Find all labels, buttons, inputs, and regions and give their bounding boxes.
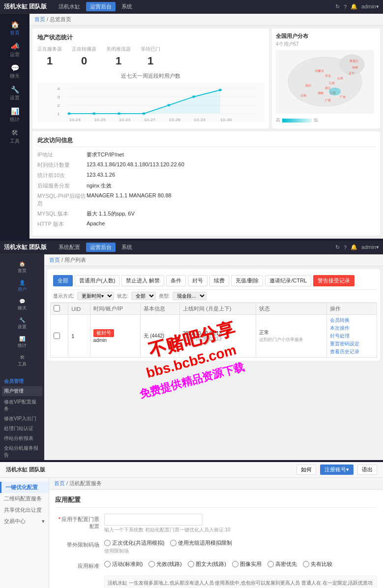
status-select[interactable]: 全部 [131, 292, 156, 300]
btn-normal-user[interactable]: 普通用户(人数) [75, 275, 119, 286]
sidebar-item-stats[interactable]: 📊 统计 [2, 104, 27, 126]
radio-graphic[interactable]: 图文大(线路) [188, 560, 226, 568]
sidebar3-item-2[interactable]: 二维码配置服务 [0, 493, 49, 504]
btn-register[interactable]: 注册账号▾ [320, 464, 354, 475]
btn-renew[interactable]: 续费 [209, 275, 229, 286]
help-icon-2[interactable]: ? [344, 245, 347, 250]
btn-all[interactable]: 全部 [53, 275, 73, 286]
stats2-icon: 📊 [19, 336, 25, 341]
sidebar2-settings2[interactable]: 🔧 设置 [10, 314, 34, 333]
refresh-icon-2[interactable]: ↻ [335, 244, 340, 250]
sidebar-label-stats: 统计 [10, 116, 20, 123]
sidebar2-stats2[interactable]: 📊 统计 [10, 333, 34, 352]
sidebar2-chat2[interactable]: 💬 聊天 [10, 296, 34, 314]
btn-invite[interactable]: 邀请纪录/CTRL [265, 275, 311, 286]
sidebar2-tools2[interactable]: 🛠 工具 [10, 352, 34, 371]
user-table-container: 全部 普通用户(人数) 禁止进入 解禁 条件 封号 续费 充值/删除 邀请纪录/… [47, 269, 380, 361]
cell-info: 无 (4442) [141, 315, 180, 358]
btn-logout[interactable]: 语出 [357, 464, 377, 475]
menu-item-system[interactable]: 系统 [118, 2, 136, 11]
btn-howto[interactable]: 如何 [296, 464, 316, 475]
btn-topup-delete[interactable]: 充值/删除 [231, 275, 263, 286]
sidebar2-report[interactable]: 停站分析报表 [2, 433, 42, 443]
help-icon[interactable]: ? [344, 4, 347, 10]
svg-point-26 [340, 55, 364, 74]
sidebar2-vip-config[interactable]: 修改VIP配置服务 [2, 397, 42, 414]
menu2-ops[interactable]: 运营后台 [86, 243, 116, 252]
panel-form: 活机水缸 团队版 如何 注册账号▾ 语出 一键优化配置 二维码配置服务 共享优化… [0, 462, 383, 588]
col-check [51, 303, 68, 315]
radio-sim[interactable]: 正次优化(共适用模拟) [104, 539, 164, 547]
radio-light[interactable]: 使用光组适用模拟限制 [170, 539, 232, 547]
sidebar-item-tools[interactable]: 🛠 工具 [2, 126, 27, 148]
action-operate[interactable]: 本次操作 [330, 325, 374, 332]
form-row-restrict: 带外限制码场 正次优化(共适用模拟) 使用光组适用模拟限制 使用限制场 [55, 539, 377, 555]
sidebar2-full-report[interactable]: 全站分机服务报告 [2, 443, 42, 460]
action-history[interactable]: 查看历史记录 [330, 348, 374, 355]
sidebar-item-home[interactable]: 🏠 首页 [2, 18, 27, 39]
radio-activity[interactable]: 活动(标准则) [104, 560, 143, 568]
breadcrumb-3: 首页 / 活机配置服务 [49, 478, 383, 490]
user-menu[interactable]: admin▾ [361, 3, 379, 10]
select-all-checkbox[interactable] [54, 305, 60, 311]
sidebar3-item-1[interactable]: 一键优化配置 [0, 482, 49, 493]
map-legend-low: 低 [314, 117, 318, 124]
radio-image[interactable]: 图像实用 [232, 560, 262, 568]
sidebar-1: 🏠 首页 📣 运营 💬 聊天 🔧 设置 📊 统计 🛠 工具 [0, 14, 29, 239]
svg-text:辽宁: 辽宁 [349, 71, 354, 75]
col-info: 基本信息 [141, 303, 180, 315]
map-subtitle: 4个用户57 [276, 41, 376, 48]
bc3-home[interactable]: 首页 [54, 480, 65, 486]
svg-text:广西: 广西 [325, 98, 331, 102]
sidebar-item-promo[interactable]: 📣 运营 [2, 39, 27, 61]
breadcrumb-2: 首页 / 用户列表 [44, 254, 383, 266]
info-row-mysql-php: MYSQL-PHP后端信息 MANAGER 1.1.1 MANAGER 80.8… [37, 192, 375, 207]
table-toolbar: 全部 普通用户(人数) 禁止进入 解禁 条件 封号 续费 充值/删除 邀请纪录/… [50, 272, 377, 289]
bell-icon[interactable]: 🔔 [351, 3, 357, 10]
chart-title: 近七天一周近段时用户数 [37, 72, 264, 80]
home-icon: 🏠 [11, 21, 19, 29]
menu2-config[interactable]: 系统配置 [55, 243, 84, 252]
radio-compare[interactable]: 先有比较 [303, 560, 332, 568]
svg-rect-0 [37, 83, 264, 122]
btn-condition[interactable]: 条件 [166, 275, 186, 286]
user-menu-2[interactable]: admin▾ [361, 244, 379, 250]
type-select[interactable]: 现金段... [173, 292, 206, 300]
col-online-time: 上线时间 (月是上下) [179, 303, 256, 315]
sort-select[interactable]: 更新时间▾ [77, 292, 114, 300]
sidebar3-item-4[interactable]: 交易中心 ▾ [0, 516, 49, 527]
chart-area: 近七天一周近段时用户数 4 3 2 1 [37, 72, 264, 124]
bell-icon-2[interactable]: 🔔 [351, 244, 357, 250]
topbar-menu-2: 系统配置 运营后台 系统 [55, 243, 136, 252]
desc-text: 活机水缸 一生发很多原地上,也从那没有进入人员 使用系统中,也包你可以发展到更高… [104, 576, 377, 588]
cell-check[interactable] [51, 315, 68, 358]
sidebar-item-chat[interactable]: 💬 聊天 [2, 61, 27, 83]
sidebar-item-settings[interactable]: 🔧 设置 [2, 83, 27, 104]
sidebar2-auth[interactable]: 处理门站认证 [2, 424, 42, 433]
action-reset-pwd[interactable]: 重置密码设定 [330, 340, 374, 347]
sidebar3-item-3[interactable]: 共享优化出让度 [0, 504, 49, 516]
breadcrumb-home[interactable]: 首页 [34, 16, 45, 22]
menu2-sys[interactable]: 系统 [118, 243, 136, 252]
sidebar2-usermgmt[interactable]: 用户管理 [2, 386, 42, 396]
radio-light-effect[interactable]: 光效(线路) [148, 560, 181, 568]
topbar-1: 活机水缸 团队版 活机水缸 运营后台 系统 ↻ ? 🔔 admin▾ [0, 0, 383, 14]
menu-item-jixui[interactable]: 活机水缸 [55, 2, 84, 11]
sidebar-label-promo: 运营 [10, 51, 20, 58]
btn-ban-unban[interactable]: 禁止进入 解禁 [121, 275, 164, 286]
btn-ban[interactable]: 封号 [188, 275, 207, 286]
menu-item-yunying[interactable]: 运营后台 [86, 2, 116, 11]
topbar-menu-1: 活机水缸 运营后台 系统 [55, 2, 136, 11]
refresh-icon[interactable]: ↻ [335, 3, 340, 10]
sidebar2-vip-door[interactable]: 修改VIP入出门 [2, 414, 42, 424]
action-ban-process[interactable]: 封号处理 [330, 333, 374, 340]
action-convert[interactable]: 会员转换 [330, 317, 374, 324]
form-container: 应用配置 应用于配置门票配置 输入一个下系统数 初始化配置门票一键优化人员入验证… [49, 490, 383, 588]
radio-highd[interactable]: 高密优先 [267, 560, 297, 568]
btn-warn-record[interactable]: 警告接受记录 [313, 275, 354, 286]
svg-text:江苏: 江苏 [329, 82, 335, 85]
sidebar2-home[interactable]: 🏠 首页 [10, 258, 34, 277]
bc2-home[interactable]: 首页 [49, 257, 60, 263]
sidebar2-user[interactable]: 👤 用户 [10, 277, 34, 296]
ticket-input[interactable] [104, 514, 203, 526]
